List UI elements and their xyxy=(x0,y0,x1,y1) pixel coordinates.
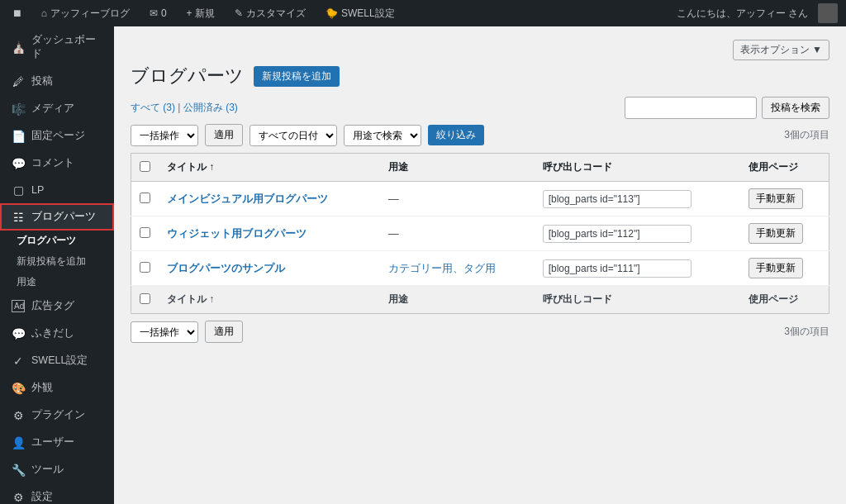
sidebar-item-fixed-page[interactable]: 📄 固定ページ xyxy=(0,122,114,150)
row-1-use: — xyxy=(380,182,535,216)
row-2-checkbox[interactable] xyxy=(140,227,150,238)
row-2-update-button[interactable]: 手動更新 xyxy=(749,223,803,244)
table-bottom-header-row: タイトル ↑ 用途 呼び出しコード 使用ページ xyxy=(131,286,829,314)
row-3-checkbox[interactable] xyxy=(140,262,150,273)
sidebar-item-lp[interactable]: ▢ LP xyxy=(0,177,114,203)
row-2-title: ウィジェット用ブログパーツ xyxy=(159,216,380,251)
display-options-bar: 表示オプション ▼ xyxy=(131,40,829,60)
site-name: アッフィーブログ xyxy=(50,7,130,21)
bottom-call-code-header: 呼び出しコード xyxy=(535,286,740,314)
posts-table: タイトル ↑ 用途 呼び出しコード 使用ページ メインビジュアル用ブログパーツ xyxy=(131,153,829,314)
sidebar-item-plugins[interactable]: ⚙ プラグイン xyxy=(0,402,114,429)
search-input[interactable] xyxy=(625,97,757,119)
row-3-title-link[interactable]: ブログパーツのサンプル xyxy=(167,262,285,274)
use-filter-select[interactable]: 用途で検索 xyxy=(344,125,421,146)
arrow-wrapper: ➜ タイトル ↑ 用途 呼び出しコード 使用ページ xyxy=(131,153,829,314)
row-3-title: ブログパーツのサンプル xyxy=(159,251,380,286)
row-3-shortcode-input[interactable] xyxy=(543,259,692,278)
tools-icon: 🔧 xyxy=(12,464,25,477)
sidebar-item-dashboard[interactable]: ⛪ ダッシュボード xyxy=(0,26,114,68)
select-all-checkbox[interactable] xyxy=(140,161,150,172)
sidebar-label-swell-settings: SWELL設定 xyxy=(31,354,88,368)
bulk-action-select[interactable]: 一括操作 xyxy=(131,125,198,146)
bottom-select-all-checkbox[interactable] xyxy=(140,293,150,304)
all-link[interactable]: すべて (3) xyxy=(131,102,175,113)
wp-logo-item[interactable]: ■ xyxy=(8,0,26,26)
sidebar-item-ad-tag[interactable]: Ad 広告タグ xyxy=(0,292,114,320)
row-1-checkbox[interactable] xyxy=(140,193,150,203)
customize-icon: ✎ xyxy=(235,7,243,19)
row-1-title-link[interactable]: メインビジュアル用ブログパーツ xyxy=(167,193,328,205)
row-3-update-button[interactable]: 手動更新 xyxy=(749,258,803,278)
sidebar-sub-blog-parts-add[interactable]: 新規投稿を追加 xyxy=(0,251,114,272)
row-2-used-page: 手動更新 xyxy=(740,216,829,251)
wp-home-icon: ⌂ xyxy=(41,7,47,19)
ad-icon: Ad xyxy=(12,300,25,312)
row-1-update-button[interactable]: 手動更新 xyxy=(749,188,803,209)
sidebar-item-settings[interactable]: ⚙ 設定 xyxy=(0,483,114,504)
avatar[interactable] xyxy=(818,3,838,23)
row-3-call-code xyxy=(535,251,740,286)
sidebar-sub-label-blog-parts: ブログパーツ xyxy=(17,235,76,246)
header-title[interactable]: タイトル ↑ xyxy=(159,154,380,182)
sidebar-label-tools: ツール xyxy=(31,463,64,477)
apply-button[interactable]: 適用 xyxy=(205,124,243,146)
sidebar-sub-blog-parts-main[interactable]: ブログパーツ xyxy=(0,231,114,251)
search-button[interactable]: 投稿を検索 xyxy=(762,97,829,119)
row-checkbox-2 xyxy=(131,216,159,251)
sidebar-label-comments: コメント xyxy=(31,156,74,170)
sidebar-item-blog-parts[interactable]: ☷ ブログパーツ xyxy=(0,203,114,231)
sidebar-sub-blog-parts-use[interactable]: 用途 xyxy=(0,272,114,292)
sidebar-item-fukidashi[interactable]: 💬 ふきだし xyxy=(0,320,114,347)
comment-icon: ✉ xyxy=(150,7,158,19)
row-2-shortcode-input[interactable] xyxy=(543,225,692,243)
sidebar: ⛪ ダッシュボード 🖉 投稿 🎼 メディア 📄 固定ページ 💬 コメント ▢ L… xyxy=(0,26,114,504)
bottom-checkbox-cell xyxy=(131,286,159,314)
bottom-apply-button[interactable]: 適用 xyxy=(205,321,243,343)
greeting: こんにちは、アッフィー さん xyxy=(677,7,808,21)
page-title: ブログパーツ xyxy=(131,64,244,88)
sidebar-sub-label-add: 新規投稿を追加 xyxy=(17,255,86,267)
sidebar-item-comments[interactable]: 💬 コメント xyxy=(0,150,114,177)
add-new-button[interactable]: 新規投稿を追加 xyxy=(254,66,340,87)
new-item[interactable]: + 新規 xyxy=(182,0,220,26)
row-1-shortcode-input[interactable] xyxy=(543,190,692,208)
date-filter-select[interactable]: すべての日付 xyxy=(250,125,337,146)
comments-item[interactable]: ✉ 0 xyxy=(145,0,172,26)
settings-icon: ⚙ xyxy=(12,491,25,504)
fukidashi-icon: 💬 xyxy=(12,327,25,340)
sidebar-item-swell-settings[interactable]: ✓ SWELL設定 xyxy=(0,347,114,374)
filter-action-bar: 一括操作 適用 すべての日付 用途で検索 絞り込み 3個の項目 xyxy=(131,124,829,146)
page-icon: 📄 xyxy=(12,130,25,143)
sidebar-item-tools[interactable]: 🔧 ツール xyxy=(0,456,114,483)
bottom-action-bar: 一括操作 適用 3個の項目 xyxy=(131,321,829,343)
published-link[interactable]: 公開済み (3) xyxy=(183,102,238,113)
sidebar-label-appearance: 外観 xyxy=(31,381,53,395)
bottom-bulk-action-select[interactable]: 一括操作 xyxy=(131,321,198,343)
site-name-item[interactable]: ⌂ アッフィーブログ xyxy=(36,0,135,26)
sidebar-label-users: ユーザー xyxy=(31,435,74,449)
posts-icon: 🖉 xyxy=(12,75,25,88)
row-3-use: カテゴリー用、タグ用 xyxy=(380,251,535,286)
header-call-code: 呼び出しコード xyxy=(535,154,740,182)
sidebar-item-posts[interactable]: 🖉 投稿 xyxy=(0,68,114,95)
sidebar-item-media[interactable]: 🎼 メディア xyxy=(0,95,114,122)
swell-item[interactable]: 🐤 SWELL設定 xyxy=(321,0,400,26)
media-icon: 🎼 xyxy=(12,102,25,116)
display-options-button[interactable]: 表示オプション ▼ xyxy=(733,40,829,60)
bottom-title-header[interactable]: タイトル ↑ xyxy=(159,286,380,314)
sidebar-item-appearance[interactable]: 🎨 外観 xyxy=(0,374,114,402)
row-3-use-link[interactable]: カテゴリー用、タグ用 xyxy=(388,262,496,274)
bottom-use-header: 用途 xyxy=(380,286,535,314)
filter-button[interactable]: 絞り込み xyxy=(428,125,484,145)
comment-count: 0 xyxy=(161,7,167,19)
sidebar-item-users[interactable]: 👤 ユーザー xyxy=(0,429,114,456)
row-2-title-link[interactable]: ウィジェット用ブログパーツ xyxy=(167,227,307,240)
comments-icon: 💬 xyxy=(12,157,25,170)
row-checkbox-3 xyxy=(131,251,159,286)
search-area: 投稿を検索 xyxy=(625,97,829,119)
page-header: ブログパーツ 新規投稿を追加 xyxy=(131,64,829,88)
sidebar-sub-label-use: 用途 xyxy=(17,276,36,288)
dashboard-icon: ⛪ xyxy=(12,40,25,54)
customize-item[interactable]: ✎ カスタマイズ xyxy=(230,0,311,26)
